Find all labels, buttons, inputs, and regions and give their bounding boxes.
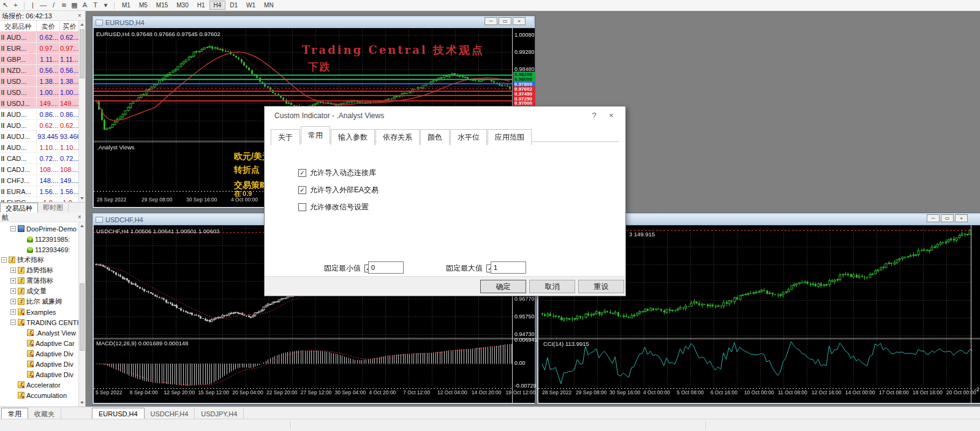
table-row[interactable]: CHFJ...148....149.... [0,175,85,186]
dialog-tab-5[interactable]: 水平位 [450,129,487,145]
scroll-down-icon[interactable] [79,195,85,202]
table-row[interactable]: GBP...1.11...1.11... [0,54,85,65]
fixed-minimum-input[interactable] [368,261,404,274]
timeframe-h4[interactable]: H4 [209,1,226,10]
reset-button[interactable]: 重设 [578,280,624,293]
dialog-tab-0[interactable]: 关于 [271,129,300,145]
dialog-tab-6[interactable]: 应用范围 [488,129,532,145]
tree-item[interactable]: f.Analyst View [0,328,78,338]
table-row[interactable]: NZD...0.56...0.56... [0,65,85,76]
collapse-icon[interactable]: − [10,226,16,231]
market-watch-titlebar[interactable]: 场报价: 06:42:13 × [0,11,85,21]
ok-button[interactable]: 确定 [480,280,526,293]
dialog-tab-4[interactable]: 颜色 [420,129,450,145]
close-icon[interactable]: × [513,17,526,25]
dialog-titlebar[interactable]: Custom Indicator - .Analyst Views ? × [265,107,625,125]
timeframe-w1[interactable]: W1 [242,1,260,10]
tree-item[interactable]: fAccelerator [0,380,78,390]
expand-icon[interactable]: + [10,309,16,315]
table-row[interactable]: CADJ...108....108.... [0,164,85,175]
tree-item[interactable]: fAccumulation [0,390,78,400]
table-row[interactable]: AUD...0.62...0.62... [0,32,85,43]
table-row[interactable]: AUD...0.62...0.62... [0,120,85,131]
table-row[interactable]: USD...1.38...1.38... [0,76,85,87]
expand-icon[interactable]: + [10,299,16,304]
restore-icon[interactable]: ▭ [941,214,954,222]
timeframe-mn[interactable]: MN [260,1,278,10]
crosshair-icon[interactable]: + [10,0,21,10]
fibonacci-tool-icon[interactable]: ≋ [59,0,69,10]
checkbox[interactable] [298,203,306,211]
table-row[interactable]: AUDJ...93.44593.466 [0,131,85,142]
tree-item[interactable]: +f趋势指标 [0,265,78,275]
table-row[interactable]: EURC...1.0...1.0... [0,197,85,202]
scroll-up-icon[interactable] [79,222,85,230]
column-header[interactable]: 买价 [60,21,80,31]
dialog-tab-3[interactable]: 依存关系 [375,129,420,145]
tree-item[interactable]: fAdaptive Car [0,338,78,348]
restore-icon[interactable]: ▭ [499,17,511,25]
table-row[interactable]: USD...1.00...1.00... [0,87,85,98]
cursor-icon[interactable]: ↖ [0,0,10,10]
column-header[interactable]: 卖价 [37,21,60,31]
tab-common[interactable]: 常用 [1,408,28,419]
collapse-icon[interactable]: − [10,320,16,325]
tree-item[interactable]: 112391985: [0,234,78,244]
scroll-down-icon[interactable] [79,399,85,407]
timeframe-m15[interactable]: M15 [152,1,172,10]
timeframe-m30[interactable]: M30 [172,1,192,10]
cancel-button[interactable]: 取消 [529,280,575,293]
tree-item[interactable]: fAdaptive Div [0,348,78,359]
dialog-tab-1[interactable]: 常用 [301,126,330,144]
checkbox[interactable]: ✓ [298,169,306,177]
timeframe-h1[interactable]: H1 [193,1,209,10]
tree-item[interactable]: −f技术指标 [0,255,78,265]
chart-tab-usdjpyh4[interactable]: USDJPY,H4 [195,408,244,419]
trendline-tool-icon[interactable]: / [48,0,59,10]
close-icon[interactable]: × [955,214,968,222]
expand-icon[interactable]: + [10,268,16,273]
label-tool-icon[interactable]: T [90,0,100,10]
table-row[interactable]: AUD...0.86...0.86... [0,109,85,120]
close-icon[interactable]: × [76,213,83,221]
column-header[interactable]: 交易品种 [0,21,37,31]
tree-item[interactable]: −DooPrime-Demo [0,223,78,234]
vertical-line-tool-icon[interactable]: | [28,0,38,10]
dialog-tab-2[interactable]: 输入参数 [331,129,375,145]
tree-item[interactable]: 112393469: [0,244,78,255]
chart-tab-usdchfh4[interactable]: USDCHF,H4 [145,408,195,419]
minimize-icon[interactable]: ─ [927,214,940,222]
tree-item[interactable]: fAdaptive Div [0,369,78,380]
table-row[interactable]: AUD...1.10...1.10... [0,142,85,153]
table-row[interactable]: EURA...1.56...1.56... [0,186,85,197]
table-row[interactable]: USDJ...149....149.... [0,98,85,109]
expand-icon[interactable]: + [10,288,16,294]
chart-tab-eurusdh4[interactable]: EURUSD,H4 [92,408,145,419]
table-row[interactable]: EUR...0.97...0.97... [0,43,85,54]
grid-tool-icon[interactable]: ▦ [69,0,80,10]
scrollbar-thumb[interactable] [80,283,85,351]
tree-item[interactable]: +f震荡指标 [0,275,78,286]
scroll-up-icon[interactable] [79,21,85,28]
tab-symbols[interactable]: 交易品种 [0,203,38,212]
eurusd-titlebar[interactable]: EURUSD,H4 [94,17,533,28]
help-icon[interactable]: ? [587,110,601,121]
tree-item[interactable]: +f成交量 [0,286,78,296]
timeframe-m5[interactable]: M5 [135,1,152,10]
minimize-icon[interactable]: ─ [484,17,497,25]
navigator-scrollbar[interactable] [78,222,85,407]
table-row[interactable]: CAD...0.72...0.72... [0,153,85,164]
close-icon[interactable]: × [76,12,83,20]
fixed-maximum-input[interactable] [491,261,526,274]
expand-icon[interactable]: + [10,278,16,283]
close-icon[interactable]: × [605,110,618,121]
navigator-titlebar[interactable]: 航 × [0,212,85,222]
horizontal-line-tool-icon[interactable]: — [38,0,48,10]
tree-item[interactable]: +fExamples [0,307,78,317]
market-watch-scrollbar[interactable] [78,21,85,202]
tab-favorites[interactable]: 收藏夹 [28,408,61,419]
timeframe-d1[interactable]: D1 [225,1,242,10]
checkbox[interactable]: ✓ [298,186,306,194]
tree-item[interactable]: +f比尔 威廉姆 [0,296,78,307]
scrollbar-thumb[interactable] [80,29,85,78]
